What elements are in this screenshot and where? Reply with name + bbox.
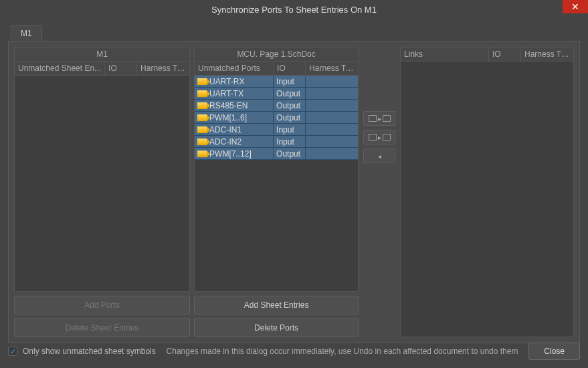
port-harness-cell [306, 148, 358, 159]
column-header-io[interactable]: IO [274, 62, 306, 75]
port-harness-cell [306, 88, 358, 99]
tab-m1[interactable]: M1 [11, 25, 42, 41]
port-io-cell: Output [274, 112, 306, 123]
table-row[interactable]: UART-TX Output [195, 88, 358, 100]
port-name: UART-RX [209, 77, 244, 86]
port-name-cell: ADC-IN2 [195, 136, 274, 147]
left-panel-title: M1 [14, 47, 190, 61]
port-harness-cell [306, 76, 358, 87]
port-harness-cell [306, 124, 358, 135]
port-name-cell: UART-TX [195, 88, 274, 99]
table-row[interactable]: PWM[1..6] Output [195, 112, 358, 124]
port-io-cell: Output [274, 100, 306, 111]
port-name: PWM[7..12] [209, 149, 252, 159]
add-sheet-entries-button[interactable]: Add Sheet Entries [194, 296, 359, 314]
port-icon [197, 139, 207, 145]
box-icon [383, 134, 391, 141]
check-icon: ✓ [10, 347, 16, 356]
only-unmatched-checkbox[interactable]: ✓ [8, 347, 17, 356]
port-name-cell: RS485-EN [195, 100, 274, 111]
port-name-cell: PWM[7..12] [195, 148, 274, 159]
port-name-cell: UART-RX [195, 76, 274, 87]
footer: ✓ Only show unmatched sheet symbols Chan… [0, 343, 588, 360]
chevron-right-icon: ▸ [378, 134, 381, 141]
right-panel-header: Links IO Harness Type [400, 47, 574, 62]
add-ports-button[interactable]: Add Ports [14, 296, 190, 314]
close-button[interactable]: Close [528, 343, 580, 360]
left-panel: M1 Unmatched Sheet En... IO Harness Type… [14, 47, 190, 337]
middle-panel-buttons: Add Sheet Entries Delete Ports [194, 296, 359, 337]
transfer-controls: ▸ ▸ ◂ [363, 47, 396, 337]
port-name-cell: PWM[1..6] [195, 112, 274, 123]
window-title: Synchronize Ports To Sheet Entries On M1 [211, 5, 377, 15]
port-io-cell: Input [274, 76, 306, 87]
table-row[interactable]: ADC-IN1 Input [195, 124, 358, 136]
main-content: M1 Unmatched Sheet En... IO Harness Type… [8, 41, 580, 343]
port-io-cell: Input [274, 124, 306, 135]
table-row[interactable]: RS485-EN Output [195, 100, 358, 112]
port-harness-cell [306, 100, 358, 111]
table-row[interactable]: PWM[7..12] Output [195, 148, 358, 160]
table-row[interactable]: ADC-IN2 Input [195, 136, 358, 148]
box-icon [369, 134, 377, 141]
link-right-button[interactable]: ▸ [363, 111, 395, 126]
port-name: UART-TX [209, 89, 243, 98]
port-name: ADC-IN1 [209, 125, 241, 134]
port-harness-cell [306, 112, 358, 123]
tabs-bar: M1 [0, 19, 588, 41]
footer-message: Changes made in this dialog occur immedi… [161, 347, 524, 356]
port-io-cell: Output [274, 88, 306, 99]
column-header-name[interactable]: Unmatched Sheet En... [15, 62, 105, 75]
column-header-io[interactable]: IO [489, 48, 521, 61]
column-header-harness[interactable]: Harness Type [306, 62, 358, 75]
port-io-cell: Input [274, 136, 306, 147]
port-name: PWM[1..6] [209, 113, 247, 122]
left-panel-header: Unmatched Sheet En... IO Harness Type [14, 61, 190, 76]
column-header-io[interactable]: IO [105, 62, 137, 75]
port-name: ADC-IN2 [209, 137, 241, 147]
port-icon [197, 90, 207, 97]
link-right-alt-button[interactable]: ▸ [363, 130, 395, 145]
titlebar: Synchronize Ports To Sheet Entries On M1… [0, 0, 588, 19]
delete-ports-button[interactable]: Delete Ports [194, 318, 359, 337]
column-header-harness[interactable]: Harness Type [521, 48, 573, 61]
right-panel-body [400, 62, 574, 337]
chevron-right-icon: ▸ [378, 115, 381, 122]
column-header-harness[interactable]: Harness Type [137, 62, 189, 75]
window-close-button[interactable]: ✕ [563, 0, 588, 13]
box-icon [383, 115, 391, 122]
left-panel-buttons: Add Ports Delete Sheet Entries [14, 296, 190, 337]
port-icon [197, 78, 207, 85]
right-panel: Links IO Harness Type [400, 47, 574, 337]
port-name: RS485-EN [209, 101, 248, 110]
middle-panel-title: MCU. Page 1.SchDoc [194, 47, 359, 61]
middle-panel-body: UART-RX Input UART-TX Output RS485-EN Ou… [194, 76, 359, 292]
port-icon [197, 102, 207, 109]
box-icon [369, 115, 377, 122]
port-name-cell: ADC-IN1 [195, 124, 274, 135]
port-io-cell: Output [274, 148, 306, 159]
checkbox-label: Only show unmatched sheet symbols [23, 347, 156, 356]
column-header-name[interactable]: Unmatched Ports [195, 62, 274, 75]
close-icon: ✕ [571, 1, 579, 12]
port-icon [197, 114, 207, 121]
left-panel-body [14, 76, 190, 292]
port-icon [197, 126, 207, 133]
middle-panel-header: Unmatched Ports IO Harness Type [194, 61, 359, 76]
port-harness-cell [306, 136, 358, 147]
column-header-links[interactable]: Links [401, 48, 489, 61]
chevron-left-icon: ◂ [378, 153, 381, 160]
delete-sheet-entries-button[interactable]: Delete Sheet Entries [14, 318, 190, 337]
table-row[interactable]: UART-RX Input [195, 76, 358, 88]
port-icon [197, 151, 207, 157]
unlink-button[interactable]: ◂ [363, 149, 395, 163]
middle-panel: MCU. Page 1.SchDoc Unmatched Ports IO Ha… [194, 47, 359, 337]
